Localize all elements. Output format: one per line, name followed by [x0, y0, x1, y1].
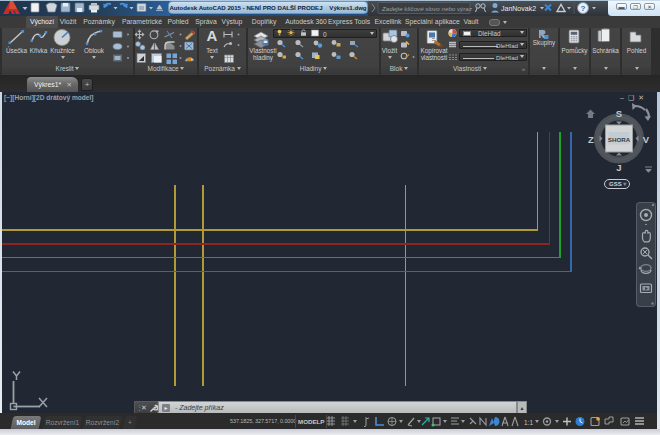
- svg-text:V: V: [643, 134, 650, 145]
- svg-text:S: S: [616, 108, 622, 119]
- svg-text:J: J: [616, 162, 621, 173]
- svg-text:1:1: 1:1: [524, 419, 533, 426]
- svg-text:Zadejte klíčové slovo nebo výr: Zadejte klíčové slovo nebo výraz: [381, 5, 473, 12]
- svg-text:JanNovak2: JanNovak2: [501, 5, 536, 12]
- svg-text:Z: Z: [588, 134, 594, 145]
- svg-text:SHORA: SHORA: [608, 136, 631, 143]
- svg-text:?: ?: [581, 4, 586, 13]
